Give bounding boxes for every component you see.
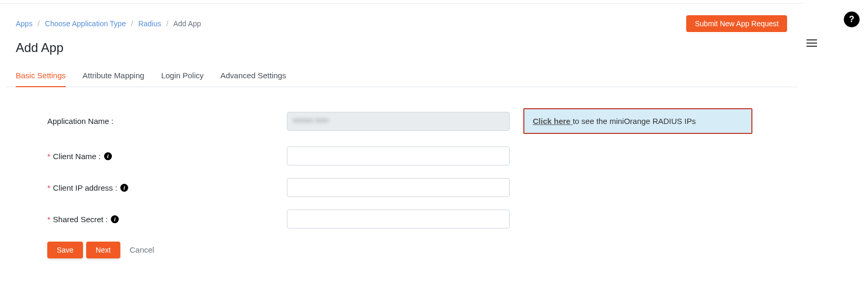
menu-icon[interactable]	[807, 39, 817, 47]
tab-login-policy[interactable]: Login Policy	[161, 66, 204, 87]
label-text-shared-secret: Shared Secret :	[53, 215, 108, 224]
label-text-client-name: Client Name :	[53, 152, 101, 161]
info-icon[interactable]: i	[111, 215, 119, 223]
required-asterisk: *	[47, 215, 50, 224]
label-text-application-name: Application Name :	[47, 117, 113, 126]
breadcrumb-link-apps[interactable]: Apps	[16, 19, 33, 28]
breadcrumb-sep: /	[35, 19, 43, 28]
submit-new-app-request-button[interactable]: Submit New App Request	[686, 15, 787, 32]
breadcrumb-link-choose-type[interactable]: Choose Application Type	[45, 19, 126, 28]
cancel-button[interactable]: Cancel	[123, 241, 161, 258]
tabs: Basic Settings Attribute Mapping Login P…	[6, 66, 797, 87]
info-icon[interactable]: i	[120, 184, 128, 192]
label-client-ip: * Client IP address : i	[47, 183, 287, 192]
label-client-name: * Client Name : i	[47, 152, 287, 161]
save-button[interactable]: Save	[47, 242, 83, 258]
breadcrumb-sep: /	[128, 19, 136, 28]
label-shared-secret: * Shared Secret : i	[47, 215, 287, 224]
required-asterisk: *	[47, 183, 50, 192]
info-icon[interactable]: i	[104, 152, 112, 160]
breadcrumb-sep: /	[163, 19, 172, 28]
label-text-client-ip: Client IP address :	[53, 183, 117, 192]
label-application-name: Application Name :	[47, 117, 287, 126]
callout-rest-text: to see the miniOrange RADIUS IPs	[573, 117, 696, 126]
click-here-link[interactable]: Click here	[533, 117, 573, 126]
tab-advanced-settings[interactable]: Advanced Settings	[221, 66, 286, 87]
tab-attribute-mapping[interactable]: Attribute Mapping	[82, 66, 144, 87]
application-name-value-obscured: xxxxxx xxxx	[293, 116, 329, 124]
application-name-input: xxxxxx xxxx	[287, 112, 510, 131]
help-icon[interactable]: ?	[844, 12, 860, 27]
shared-secret-input[interactable]	[287, 210, 510, 228]
client-ip-input[interactable]	[287, 178, 510, 197]
next-button[interactable]: Next	[86, 242, 120, 258]
page-title: Add App	[6, 40, 797, 66]
radius-ips-callout: Click here to see the miniOrange RADIUS …	[523, 108, 752, 134]
required-asterisk: *	[47, 152, 50, 161]
tab-basic-settings[interactable]: Basic Settings	[16, 66, 66, 87]
breadcrumb-link-radius[interactable]: Radius	[138, 19, 161, 28]
client-name-input[interactable]	[287, 147, 510, 165]
breadcrumb-current: Add App	[173, 19, 201, 28]
breadcrumb: Apps / Choose Application Type / Radius …	[16, 19, 201, 28]
